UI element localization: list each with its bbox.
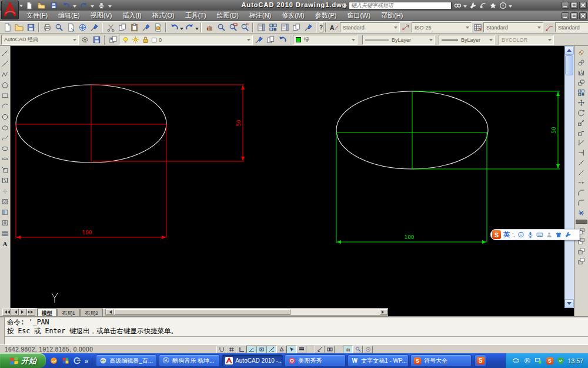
app-restore-button[interactable]: [570, 2, 578, 9]
menu-insert[interactable]: 插入(I): [117, 10, 146, 21]
save-button[interactable]: [25, 22, 36, 33]
clock[interactable]: 13:57: [568, 357, 583, 364]
copy-clip-button[interactable]: [116, 22, 128, 33]
horizontal-scroll-thumb[interactable]: [114, 309, 290, 315]
polyline-button[interactable]: [1, 70, 10, 78]
model-space-button[interactable]: [315, 346, 325, 353]
ime-emoji-icon[interactable]: [517, 231, 524, 238]
menu-file[interactable]: 文件(F): [21, 10, 53, 21]
table-button[interactable]: [1, 229, 10, 237]
grid-toggle[interactable]: [226, 346, 236, 353]
taskbar-task-wps[interactable]: W 文字文稿1 - WP...: [348, 354, 409, 367]
array-button[interactable]: [577, 88, 586, 97]
tab-layout2[interactable]: 布局2: [80, 309, 103, 316]
model-space-canvas[interactable]: 100 50 100 50: [11, 46, 564, 316]
horizontal-scrollbar[interactable]: [105, 309, 388, 316]
favorites-star-icon[interactable]: [489, 2, 497, 9]
osnap-toggle[interactable]: [256, 346, 266, 353]
ime-toolbox-icon[interactable]: [564, 231, 572, 238]
menu-draw[interactable]: 绘图(D): [212, 10, 244, 21]
tab-layout1[interactable]: 布局1: [57, 309, 80, 316]
point-button[interactable]: [1, 187, 10, 195]
taskbar-task-symbols[interactable]: S 符号大全: [410, 354, 472, 367]
doc-restore-button[interactable]: [570, 12, 578, 19]
taskbar-task-meitu[interactable]: 美图秀秀: [285, 354, 346, 367]
trim-button[interactable]: [577, 138, 586, 147]
make-object-layer-current-button[interactable]: [253, 34, 265, 45]
designcenter-button[interactable]: [267, 22, 279, 33]
save-workspace-button[interactable]: [91, 34, 102, 45]
undo-button[interactable]: [168, 22, 180, 33]
scale-button[interactable]: [577, 118, 586, 127]
help-icon[interactable]: [499, 2, 507, 9]
properties-button[interactable]: [255, 22, 267, 33]
ellipse-button[interactable]: [1, 144, 10, 152]
snap-toggle[interactable]: [216, 346, 226, 353]
hatch-button[interactable]: [1, 197, 10, 205]
ducs-toggle[interactable]: [276, 346, 286, 353]
send-under-objects-button[interactable]: [577, 257, 586, 265]
ime-voice-icon[interactable]: [527, 231, 534, 238]
mirror-button[interactable]: [577, 68, 586, 77]
break-button[interactable]: [577, 168, 586, 177]
spline-button[interactable]: [1, 134, 10, 142]
layer-freeze-sun-icon[interactable]: [132, 36, 139, 44]
arc-button[interactable]: [1, 102, 10, 110]
taskbar-task-autocad[interactable]: AutoCAD 2010 -...: [222, 354, 283, 367]
zoom-window-button[interactable]: [227, 22, 239, 33]
command-input-line[interactable]: [5, 337, 588, 344]
ime-keyboard-icon[interactable]: [536, 231, 543, 238]
layer-combo[interactable]: 0: [119, 35, 253, 45]
start-button[interactable]: 开始: [0, 353, 46, 368]
draworder-toolbar-grip[interactable]: [576, 220, 587, 224]
menu-view[interactable]: 视图(V): [85, 10, 118, 21]
workspace-combo[interactable]: AutoCAD 经典: [1, 35, 79, 45]
menu-edit[interactable]: 编辑(E): [53, 10, 85, 21]
pan-realtime-button[interactable]: [203, 22, 215, 33]
erase-button[interactable]: [577, 48, 586, 57]
move-button[interactable]: [577, 98, 586, 107]
revision-cloud-button[interactable]: [1, 123, 10, 131]
extend-button[interactable]: [577, 148, 586, 157]
web-publish-button[interactable]: [76, 22, 88, 33]
rotate-button[interactable]: [577, 108, 586, 117]
qnew-button[interactable]: [1, 22, 13, 33]
tray-network-icon[interactable]: [534, 357, 543, 365]
zoom-previous-button[interactable]: [239, 22, 250, 33]
menu-window[interactable]: 窗口(W): [342, 10, 376, 21]
help-button[interactable]: ?: [319, 22, 323, 32]
text-style-combo[interactable]: Standard: [340, 22, 400, 32]
tab-last-button[interactable]: [27, 309, 35, 316]
autocad-logo-menu-button[interactable]: [1, 1, 19, 19]
app-minimize-button[interactable]: [562, 2, 569, 9]
mleader-style-combo[interactable]: Standard: [555, 22, 588, 32]
ime-skin-icon[interactable]: [555, 231, 562, 238]
vertical-scrollbar[interactable]: [564, 46, 574, 308]
ime-passport-icon[interactable]: [546, 231, 553, 238]
ortho-toggle[interactable]: [236, 346, 246, 353]
tool-palettes-button[interactable]: [279, 22, 290, 33]
layer-match-button[interactable]: [265, 34, 276, 45]
menu-tools[interactable]: 工具(T): [180, 10, 212, 21]
sogou-logo-icon[interactable]: S: [492, 230, 501, 239]
tab-model[interactable]: 模型: [37, 309, 57, 316]
menu-dimension[interactable]: 标注(N): [244, 10, 276, 21]
redo-dropdown-icon[interactable]: [195, 28, 199, 32]
plot-style-combo[interactable]: BYCOLOR: [499, 35, 554, 45]
menu-format[interactable]: 格式(O): [147, 10, 180, 21]
search-binoculars-icon[interactable]: [453, 2, 462, 9]
redo-button[interactable]: [183, 22, 195, 33]
quick-launch-360-icon[interactable]: [49, 356, 58, 365]
sheetset-manager-button[interactable]: [290, 22, 302, 33]
make-block-button[interactable]: [1, 176, 10, 184]
break-at-point-button[interactable]: [577, 158, 586, 167]
quick-view-layouts-button[interactable]: [325, 346, 335, 353]
dim-style-combo[interactable]: ISO-25: [412, 22, 472, 32]
ime-mode-indicator[interactable]: 英: [503, 230, 510, 239]
tab-next-button[interactable]: [19, 309, 27, 316]
lwt-toggle[interactable]: [296, 346, 306, 353]
construction-line-button[interactable]: [1, 59, 10, 68]
scroll-up-button[interactable]: [564, 46, 574, 55]
offset-button[interactable]: [577, 78, 586, 87]
paste-button[interactable]: [128, 22, 140, 33]
